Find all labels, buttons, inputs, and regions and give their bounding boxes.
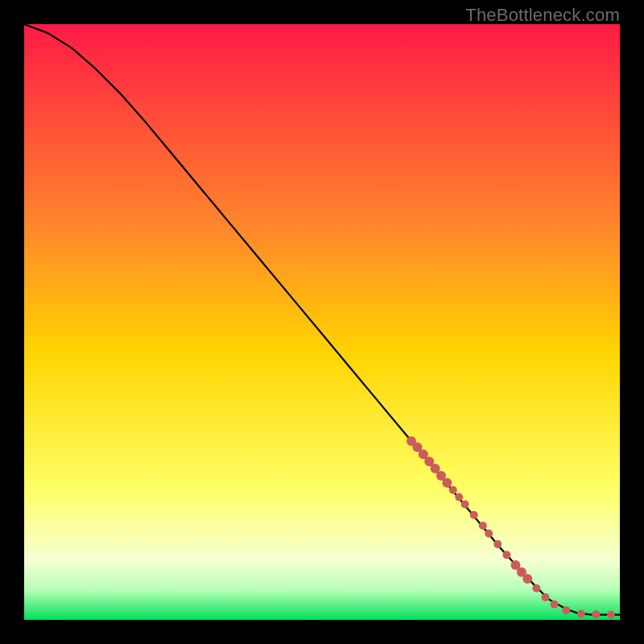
gradient-background: [24, 24, 620, 620]
curve-marker: [461, 500, 469, 508]
curve-marker: [607, 611, 615, 619]
chart-frame: [24, 24, 620, 620]
curve-marker: [522, 574, 532, 584]
curve-marker: [577, 610, 585, 618]
curve-marker: [470, 511, 478, 519]
watermark-text: TheBottleneck.com: [465, 5, 620, 26]
curve-marker: [562, 606, 570, 614]
curve-marker: [532, 584, 540, 592]
curve-marker: [493, 540, 502, 548]
curve-marker: [442, 478, 452, 488]
curve-marker: [542, 593, 550, 601]
curve-marker: [485, 530, 493, 538]
curve-marker: [551, 601, 559, 609]
curve-marker: [479, 522, 487, 530]
curve-marker: [592, 610, 600, 618]
curve-marker: [449, 486, 457, 494]
chart-svg: [24, 24, 620, 620]
curve-marker: [455, 493, 463, 502]
curve-marker: [502, 551, 510, 559]
